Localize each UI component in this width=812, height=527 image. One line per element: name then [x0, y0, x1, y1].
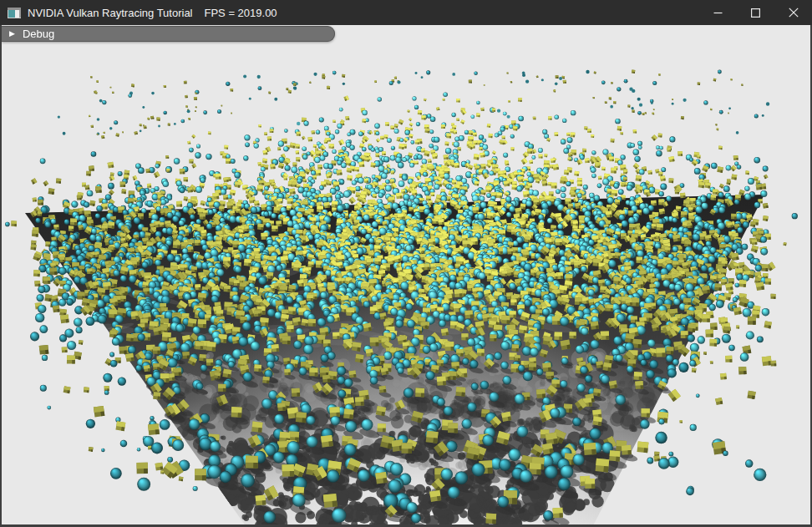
maximize-button[interactable]	[737, 0, 774, 25]
minimize-icon	[713, 8, 723, 18]
viewport-container: ▶ Debug	[2, 25, 810, 524]
window-title: NVIDIA Vulkan Raytracing Tutorial	[28, 7, 193, 19]
minimize-button[interactable]	[699, 0, 737, 25]
close-icon	[789, 8, 799, 18]
app-icon	[8, 8, 21, 18]
close-button[interactable]	[774, 0, 812, 25]
titlebar[interactable]: NVIDIA Vulkan Raytracing Tutorial FPS = …	[0, 0, 812, 25]
debug-collapsing-header[interactable]: ▶ Debug	[2, 26, 335, 42]
app-window: NVIDIA Vulkan Raytracing Tutorial FPS = …	[0, 0, 812, 527]
collapse-arrow-icon: ▶	[9, 30, 15, 38]
raytraced-viewport[interactable]	[2, 25, 810, 524]
debug-header-label: Debug	[23, 28, 54, 39]
fps-counter: FPS = 2019.00	[205, 7, 277, 19]
window-controls	[699, 0, 812, 25]
maximize-icon	[751, 8, 760, 18]
